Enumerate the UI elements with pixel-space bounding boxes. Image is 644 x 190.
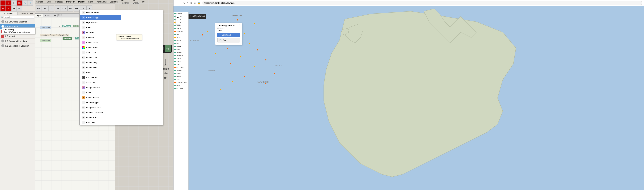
nav-bookmark[interactable]: ☆ (194, 1, 196, 4)
epwmap-btn[interactable]: EPWmap (62, 37, 72, 40)
toolbar-btn-3[interactable]: I♥ (11, 0, 17, 6)
tab-util[interactable]: Util (52, 14, 58, 17)
toolbar-btn-7[interactable]: I♥ (0, 6, 6, 11)
tb-btn-a2[interactable]: AB (42, 5, 48, 11)
toolbar-btn-8[interactable]: IX (6, 6, 11, 11)
station-wyec2[interactable]: WYEC2 (174, 69, 188, 72)
toolbar-btn-10[interactable]: NY (17, 6, 22, 11)
canvas-node-epw[interactable]: _epw_map (40, 26, 51, 29)
station-niwa[interactable]: NIWA (174, 45, 188, 48)
tab-analyze[interactable]: 1 - Analyze Data (18, 12, 35, 15)
station-ineti[interactable]: INETI (174, 27, 188, 30)
station-swera[interactable]: SWERA (174, 54, 188, 57)
station-cswd[interactable]: CSWD (174, 12, 188, 15)
menu-kangaroo[interactable]: Kangaroo2 (96, 0, 107, 3)
canvas-epwmap-label[interactable]: EPWmap (62, 25, 70, 27)
dd-item-image-sampler[interactable]: ▧ Image Sampler (80, 85, 121, 90)
toolbar-btn-2[interactable]: ❤ (6, 0, 11, 6)
map-dot-12[interactable] (202, 34, 203, 35)
station-iwec[interactable]: IWEC (174, 36, 188, 39)
nav-shield[interactable]: 🔒 (197, 1, 201, 4)
dd-item-graph-mapper[interactable]: ∿ Graph Mapper (80, 100, 121, 105)
map-base[interactable]: NORTH HOLL... UTRECHT BELGIUM LIMBURG MA… (174, 6, 644, 190)
url-bar[interactable] (202, 1, 642, 5)
toolbar-btn-6[interactable]: 🔍 (28, 0, 33, 6)
station-msi[interactable]: MSI (174, 42, 188, 45)
station-ctz2010[interactable]: CTZ2010 (174, 66, 188, 69)
menu-rhino[interactable]: Rhino (88, 0, 94, 3)
station-rmy[interactable]: RMY (174, 48, 188, 51)
tb-btn-a1[interactable]: A→B (36, 5, 42, 11)
station-try[interactable]: TRY (174, 78, 188, 81)
canvas-epw-node-2[interactable]: _epw_map (40, 39, 51, 42)
dd-item-number-slider[interactable]: ≡ Number Slider (80, 10, 121, 15)
dd-item-atom-data[interactable]: ⬡ Atom Data (80, 50, 121, 55)
popup-close-btn[interactable]: ✕ (239, 23, 241, 26)
map-dot-15[interactable] (254, 66, 255, 67)
sidebar-item-import2[interactable]: LB Import ... (0, 34, 35, 39)
popup-copy-btn[interactable]: 📋 Copy (218, 38, 240, 42)
menu-surface[interactable]: Surface (36, 0, 44, 3)
dd-item-import-coordinates[interactable]: XYZ Import Coordinates (80, 110, 121, 115)
dd-item-import-3dm[interactable]: 3DM Import 3DM (80, 55, 121, 60)
map-dot-8[interactable] (227, 48, 228, 49)
map-zoom-in[interactable]: + (176, 15, 180, 20)
station-swec[interactable]: SWEC (174, 51, 188, 54)
tb-btn-a7[interactable]: DMN (74, 5, 80, 11)
dd-item-clock[interactable]: ◷ Clock (80, 90, 121, 95)
dd-item-value-list[interactable]: ≣ Value List (80, 80, 121, 85)
menu-transform[interactable]: Transform (65, 0, 76, 3)
nav-print[interactable]: 🖨 (190, 1, 192, 4)
dd-item-import-image[interactable]: IMG Import Image (80, 60, 121, 65)
tab-input[interactable]: Input (35, 14, 43, 17)
toolbar-btn-5[interactable]: 🔧 (22, 0, 28, 6)
dd-item-import-shp[interactable]: SHP Import SHP (80, 65, 121, 70)
tab-import[interactable]: 0 :: Import (0, 12, 18, 15)
map-dot-7[interactable] (248, 43, 250, 44)
map-dot-2[interactable] (207, 31, 208, 32)
popup-download-btn[interactable]: ⬇ Download (218, 33, 240, 37)
map-dot-4[interactable] (244, 33, 245, 34)
menu-display[interactable]: Display (78, 0, 86, 3)
map-dot-20[interactable] (237, 19, 238, 20)
dd-item-button[interactable]: □ Button (80, 25, 121, 30)
station-thy[interactable]: THY (174, 63, 188, 66)
map-dot-22[interactable] (220, 89, 222, 90)
dd-item-calendar[interactable]: 📅 Calendar (80, 35, 121, 40)
map-dot-21[interactable] (265, 83, 266, 84)
station-ctzrv2[interactable]: CTZRV2 (174, 87, 188, 90)
station-uhk[interactable]: UHK (174, 84, 188, 87)
station-thy2[interactable]: THY2 (174, 60, 188, 63)
tb-btn-a4[interactable]: B/8 (55, 5, 61, 11)
dd-item-image-resource[interactable]: IMG Image Resource (80, 105, 121, 110)
station-thy3[interactable]: THY3 (174, 57, 188, 60)
station-itmy[interactable]: ITMY (174, 33, 188, 36)
dd-item-colour-picker[interactable]: ● Colour Picker (80, 40, 121, 45)
map-dot-9[interactable] (257, 49, 258, 50)
sidebar-item-construct-location[interactable]: LB Construct Location (0, 39, 35, 43)
dd-item-boolean-toggle[interactable]: ▣ Boolean Toggle (80, 15, 121, 20)
station-ishrae[interactable]: ISHRAE (174, 30, 188, 33)
map-dot-16[interactable] (274, 73, 275, 74)
dd-item-import-pdb[interactable]: PDB Import PDB (80, 115, 121, 120)
dd-item-digit-scroller[interactable]: # Digit Scroller (80, 20, 121, 25)
map-dot-11[interactable] (265, 59, 266, 60)
toolbar-btn-9[interactable]: NY (11, 6, 17, 11)
tab-rhino[interactable]: Rhino (43, 14, 52, 17)
map-dot-19[interactable] (254, 23, 255, 24)
map-zoom-out[interactable]: − (176, 20, 180, 24)
map-dot-18[interactable] (232, 81, 233, 82)
dd-item-read-file[interactable]: 📄 Read File (80, 120, 121, 125)
map-dot-17[interactable] (244, 76, 245, 77)
nav-back[interactable]: ← (175, 1, 178, 4)
map-dot-14[interactable] (230, 63, 232, 64)
station-bbsr[interactable]: BBSR (174, 75, 188, 78)
menu-mesh[interactable]: Mesh (46, 0, 52, 3)
tb-btn-a3[interactable]: A1 (48, 5, 54, 11)
station-inmet[interactable]: INMET (174, 72, 188, 75)
dd-item-control-knob[interactable]: ◉ Control Knob (80, 75, 121, 80)
map-dot-13[interactable] (215, 53, 216, 54)
station-mssr[interactable]: MSSR (174, 39, 188, 42)
dd-item-gradient[interactable]: ▦ Gradient (80, 30, 121, 35)
toolbar-btn-4[interactable]: DDY (17, 0, 22, 6)
